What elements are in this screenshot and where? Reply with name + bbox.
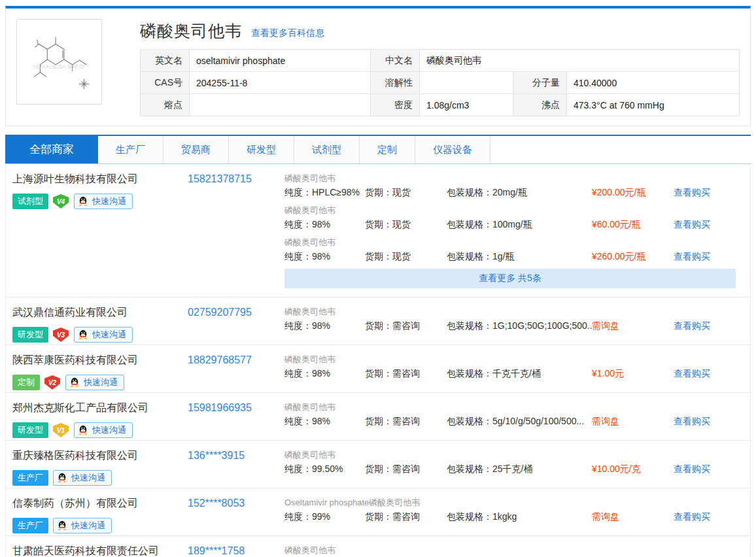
product-entry: 磷酸奥司他韦纯度：98%货期：需咨询包装规格：1G;10G;50G;100G;5… bbox=[284, 306, 736, 332]
product-name: 磷酸奥司他韦 bbox=[284, 354, 736, 365]
field-value-cas: 204255-11-8 bbox=[190, 72, 371, 94]
product-pack-spec: 包装规格：1G;10G;50G;100G;500... bbox=[447, 319, 592, 332]
molecule-structure-icon: HUAXUEJIA 化学加 bbox=[17, 20, 101, 104]
page-title: 磷酸奥司他韦 bbox=[140, 20, 242, 42]
tab-全部商家[interactable]: 全部商家 bbox=[5, 135, 98, 163]
product-purity: 纯度：99.50% bbox=[284, 462, 365, 475]
supplier-products: 磷酸奥司他韦纯度：98%货期：需咨询包装规格：1G;10G;50G;100G;5… bbox=[284, 306, 750, 338]
product-name: 磷酸奥司他韦 bbox=[284, 237, 736, 248]
supplier-phone[interactable]: 136****3915 bbox=[188, 449, 284, 462]
quick-chat-label: 快速沟通 bbox=[71, 472, 105, 484]
product-delivery: 货期：现货 bbox=[365, 186, 447, 199]
supplier-row: 武汉鼎信通药业有限公司研发型V3快速沟通02759207795磷酸奥司他韦纯度：… bbox=[6, 297, 750, 345]
tab-贸易商[interactable]: 贸易商 bbox=[163, 136, 229, 163]
product-detail-line: 纯度：99.50%货期：需咨询包装规格：25千克/桶¥10.00元/克查看购买 bbox=[284, 462, 736, 475]
product-name: Oseltamivir phosphate磷酸奥司他韦 bbox=[284, 497, 736, 508]
supplier-left-column: 陕西萃康医药科技有限公司定制V2快速沟通 bbox=[12, 354, 188, 390]
product-detail-line: 纯度：98%货期：需咨询包装规格：5g/10/g/50g/100/500...需… bbox=[284, 414, 736, 428]
product-entry: 磷酸奥司他韦纯度：工业级99%货期：现货包装规格：1千克/包、千克/桶¥1.00… bbox=[284, 545, 736, 557]
product-price: ¥260.00元/瓶 bbox=[592, 250, 674, 263]
view-buy-link[interactable]: 查看购买 bbox=[674, 186, 710, 199]
product-info-table: 英文名 oseltamivir phosphate 中文名 磷酸奥司他韦 CAS… bbox=[140, 49, 740, 116]
product-detail-line: 纯度：99%货期：需咨询包装规格：1kgkg需询盘查看购买 bbox=[284, 510, 736, 523]
product-delivery: 货期：需咨询 bbox=[365, 367, 447, 380]
supplier-phone[interactable]: 02759207795 bbox=[188, 306, 284, 318]
product-delivery: 货期：需咨询 bbox=[365, 414, 447, 428]
supplier-name[interactable]: 甘肃皓天医药科技有限责任公司 bbox=[12, 545, 188, 557]
supplier-left-column: 郑州杰克斯化工产品有限公司研发型V1快速沟通 bbox=[12, 401, 188, 438]
field-value-chinese-name: 磷酸奥司他韦 bbox=[420, 50, 740, 72]
view-buy-link[interactable]: 查看购买 bbox=[674, 462, 710, 475]
field-value-density: 1.08g/cm3 bbox=[420, 94, 513, 116]
product-name: 磷酸奥司他韦 bbox=[284, 173, 736, 184]
tab-试剂型[interactable]: 试剂型 bbox=[294, 136, 360, 163]
supplier-products: 磷酸奥司他韦纯度：99.50%货期：需咨询包装规格：25千克/桶¥10.00元/… bbox=[284, 449, 750, 481]
supplier-badges: 研发型V1快速沟通 bbox=[12, 422, 188, 438]
supplier-badges: 生产厂快速沟通 bbox=[12, 518, 188, 533]
product-pack-spec: 包装规格：1g/瓶 bbox=[447, 250, 592, 263]
supplier-products: 磷酸奥司他韦纯度：HPLC≥98%货期：现货包装规格：20mg/瓶¥200.00… bbox=[284, 173, 750, 295]
product-price: ¥10.00元/克 bbox=[592, 462, 674, 475]
supplier-row: 重庆臻格医药科技有限公司生产厂快速沟通136****3915磷酸奥司他韦纯度：9… bbox=[6, 440, 750, 488]
field-label-cas: CAS号 bbox=[141, 72, 190, 94]
supplier-phone[interactable]: 15981966935 bbox=[188, 401, 284, 414]
supplier-name[interactable]: 郑州杰克斯化工产品有限公司 bbox=[12, 401, 188, 415]
supplier-phone[interactable]: 15821378715 bbox=[188, 173, 284, 185]
product-purity: 纯度：98% bbox=[284, 414, 365, 428]
supplier-list: 上海源叶生物科技有限公司试剂型V4快速沟通15821378715磷酸奥司他韦纯度… bbox=[5, 164, 751, 557]
field-value-solubility bbox=[420, 72, 513, 94]
view-buy-link[interactable]: 查看购买 bbox=[674, 414, 710, 428]
field-label-chinese-name: 中文名 bbox=[371, 50, 420, 72]
product-detail-line: 纯度：98%货期：现货包装规格：1g/瓶¥260.00元/瓶查看购买 bbox=[284, 250, 736, 263]
product-price: ¥200.00元/瓶 bbox=[592, 186, 674, 199]
product-pack-spec: 包装规格：千克千克/桶 bbox=[447, 367, 592, 380]
supplier-name[interactable]: 武汉鼎信通药业有限公司 bbox=[12, 306, 188, 320]
quick-chat-label: 快速沟通 bbox=[71, 520, 105, 532]
view-buy-link[interactable]: 查看购买 bbox=[674, 218, 710, 231]
product-delivery: 货期：现货 bbox=[365, 218, 447, 231]
supplier-phone[interactable]: 189****1758 bbox=[188, 545, 284, 557]
supplier-left-column: 上海源叶生物科技有限公司试剂型V4快速沟通 bbox=[12, 173, 188, 209]
product-entry: 磷酸奥司他韦纯度：HPLC≥98%货期：现货包装规格：20mg/瓶¥200.00… bbox=[284, 173, 736, 199]
supplier-row: 上海源叶生物科技有限公司试剂型V4快速沟通15821378715磷酸奥司他韦纯度… bbox=[6, 164, 750, 297]
supplier-row: 郑州杰克斯化工产品有限公司研发型V1快速沟通15981966935磷酸奥司他韦纯… bbox=[6, 392, 750, 440]
quick-chat-button[interactable]: 快速沟通 bbox=[53, 470, 112, 486]
field-label-density: 密度 bbox=[371, 94, 420, 116]
product-pack-spec: 包装规格：100mg/瓶 bbox=[447, 218, 592, 231]
quick-chat-button[interactable]: 快速沟通 bbox=[74, 327, 133, 343]
product-entry: 磷酸奥司他韦纯度：98%货期：需咨询包装规格：千克千克/桶¥1.00元查看购买 bbox=[284, 354, 736, 380]
supplier-name[interactable]: 陕西萃康医药科技有限公司 bbox=[12, 354, 188, 367]
product-delivery: 货期：现货 bbox=[365, 250, 447, 263]
tab-定制[interactable]: 定制 bbox=[360, 136, 415, 163]
qq-icon bbox=[57, 520, 67, 531]
view-buy-link[interactable]: 查看购买 bbox=[674, 367, 710, 380]
supplier-badges: 定制V2快速沟通 bbox=[12, 375, 188, 390]
quick-chat-label: 快速沟通 bbox=[92, 424, 126, 436]
view-more-bar[interactable]: 查看更多 共5条 bbox=[284, 269, 736, 288]
supplier-type-badge: 研发型 bbox=[12, 422, 48, 438]
quick-chat-button[interactable]: 快速沟通 bbox=[65, 375, 124, 390]
product-purity: 纯度：99% bbox=[284, 510, 365, 523]
view-buy-link[interactable]: 查看购买 bbox=[674, 510, 710, 523]
supplier-phone[interactable]: 18829768577 bbox=[188, 354, 284, 366]
quick-chat-button[interactable]: 快速沟通 bbox=[53, 518, 112, 533]
supplier-name[interactable]: 上海源叶生物科技有限公司 bbox=[12, 173, 188, 186]
tab-生产厂[interactable]: 生产厂 bbox=[98, 136, 163, 163]
more-baike-link[interactable]: 查看更多百科信息 bbox=[251, 27, 324, 39]
product-purity: 纯度：98% bbox=[284, 367, 365, 380]
product-price: ¥60.00元/瓶 bbox=[592, 218, 674, 231]
supplier-left-column: 武汉鼎信通药业有限公司研发型V3快速沟通 bbox=[12, 306, 188, 343]
product-purity: 纯度：98% bbox=[284, 250, 365, 263]
tab-仪器设备[interactable]: 仪器设备 bbox=[415, 136, 490, 163]
tab-研发型[interactable]: 研发型 bbox=[229, 136, 294, 163]
view-buy-link[interactable]: 查看购买 bbox=[674, 250, 710, 263]
supplier-name[interactable]: 重庆臻格医药科技有限公司 bbox=[12, 449, 188, 463]
product-entry: 磷酸奥司他韦纯度：98%货期：需咨询包装规格：5g/10/g/50g/100/5… bbox=[284, 401, 736, 428]
product-detail-line: 纯度：98%货期：现货包装规格：100mg/瓶¥60.00元/瓶查看购买 bbox=[284, 218, 736, 231]
view-buy-link[interactable]: 查看购买 bbox=[674, 319, 710, 332]
supplier-phone[interactable]: 152****8053 bbox=[188, 497, 284, 509]
quick-chat-button[interactable]: 快速沟通 bbox=[74, 422, 133, 438]
supplier-tab-bar: 全部商家生产厂贸易商研发型试剂型定制仪器设备 bbox=[5, 135, 751, 164]
quick-chat-button[interactable]: 快速沟通 bbox=[74, 194, 133, 209]
supplier-name[interactable]: 信泰制药（苏州）有限公司 bbox=[12, 497, 188, 511]
